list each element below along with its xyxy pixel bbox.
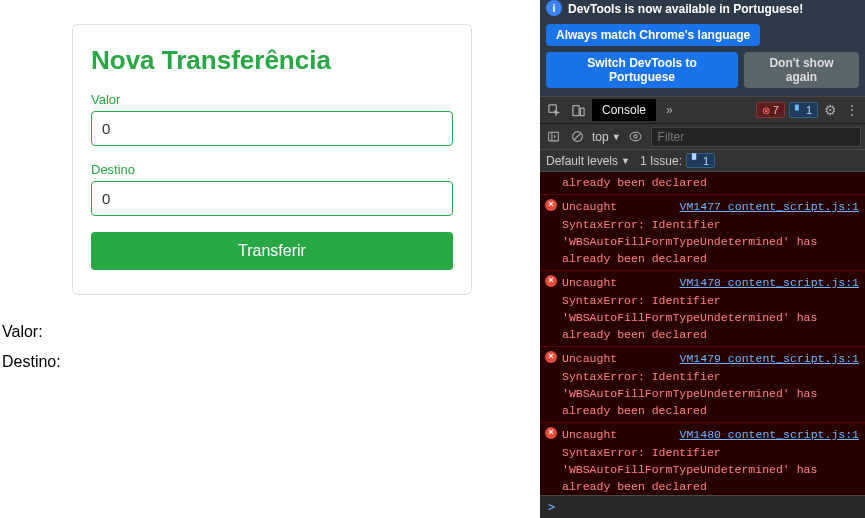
output-destino: Destino: xyxy=(2,353,540,371)
console-log[interactable]: already been declared×VM1477 content_scr… xyxy=(540,172,865,495)
error-text: 'WBSAutoFillFormTypeUndetermined' has xyxy=(562,387,817,400)
output-valor: Valor: xyxy=(2,323,540,341)
valor-input[interactable] xyxy=(91,111,453,146)
error-icon: × xyxy=(545,427,557,439)
message-count-badge[interactable]: 1 xyxy=(789,102,818,118)
error-text: already been declared xyxy=(562,252,707,265)
error-head: Uncaught xyxy=(562,428,617,441)
error-head: Uncaught xyxy=(562,276,617,289)
banner-switch-button[interactable]: Switch DevTools to Portuguese xyxy=(546,52,738,88)
error-text: SyntaxError: Identifier xyxy=(562,446,721,459)
sidebar-toggle-icon[interactable] xyxy=(544,128,562,146)
log-levels-selector[interactable]: Default levels ▼ xyxy=(546,154,630,168)
banner-dismiss-button[interactable]: Don't show again xyxy=(744,52,859,88)
error-text: 'WBSAutoFillFormTypeUndetermined' has xyxy=(562,235,817,248)
console-error-entry[interactable]: ×VM1478 content_script.js:1UncaughtSynta… xyxy=(540,270,865,346)
error-text: SyntaxError: Identifier xyxy=(562,218,721,231)
console-toolbar: top ▼ xyxy=(540,124,865,150)
info-icon: i xyxy=(546,0,562,16)
tab-console[interactable]: Console xyxy=(592,99,656,121)
error-text: already been declared xyxy=(562,328,707,341)
svg-rect-2 xyxy=(580,108,584,116)
error-icon: × xyxy=(545,275,557,287)
error-count-badge[interactable]: 7 xyxy=(756,102,785,118)
svg-point-7 xyxy=(634,135,637,138)
error-text: SyntaxError: Identifier xyxy=(562,294,721,307)
devtools-banner: i DevTools is now available in Portugues… xyxy=(540,0,865,20)
more-tabs-icon[interactable]: » xyxy=(660,103,679,117)
error-head: Uncaught xyxy=(562,352,617,365)
error-icon: × xyxy=(545,351,557,363)
banner-buttons: Always match Chrome's language Switch De… xyxy=(540,20,865,96)
error-text: already been declared xyxy=(562,404,707,417)
live-expression-icon[interactable] xyxy=(627,128,645,146)
svg-line-6 xyxy=(574,133,581,140)
source-link[interactable]: VM1477 content_script.js:1 xyxy=(680,198,859,215)
svg-rect-1 xyxy=(572,105,578,115)
levels-bar: Default levels ▼ 1 Issue: ▘1 xyxy=(540,150,865,172)
page-content: Nova Transferência Valor Destino Transfe… xyxy=(0,0,540,518)
gear-icon[interactable]: ⚙ xyxy=(822,102,839,118)
card-title: Nova Transferência xyxy=(91,45,453,76)
prompt-chevron-icon: > xyxy=(548,500,555,514)
source-link[interactable]: VM1478 content_script.js:1 xyxy=(680,274,859,291)
transfer-card: Nova Transferência Valor Destino Transfe… xyxy=(72,24,472,295)
destino-input[interactable] xyxy=(91,181,453,216)
device-toolbar-icon[interactable] xyxy=(568,100,588,120)
transfer-button[interactable]: Transferir xyxy=(91,232,453,270)
console-error-entry[interactable]: already been declared xyxy=(540,172,865,194)
error-text: already been declared xyxy=(562,480,707,493)
inspect-element-icon[interactable] xyxy=(544,100,564,120)
output-section: Valor: Destino: xyxy=(2,323,540,371)
error-text: SyntaxError: Identifier xyxy=(562,370,721,383)
clear-console-icon[interactable] xyxy=(568,128,586,146)
kebab-menu-icon[interactable]: ⋮ xyxy=(843,102,861,118)
banner-title-text: DevTools is now available in Portuguese! xyxy=(568,2,803,16)
destino-label: Destino xyxy=(91,162,453,177)
error-text: 'WBSAutoFillFormTypeUndetermined' has xyxy=(562,311,817,324)
svg-rect-3 xyxy=(548,132,558,141)
error-text: 'WBSAutoFillFormTypeUndetermined' has xyxy=(562,463,817,476)
console-error-entry[interactable]: ×VM1477 content_script.js:1UncaughtSynta… xyxy=(540,194,865,270)
valor-label: Valor xyxy=(91,92,453,107)
filter-input[interactable] xyxy=(651,127,861,147)
console-prompt[interactable]: > xyxy=(540,495,865,518)
chevron-down-icon: ▼ xyxy=(621,156,630,166)
devtools-toolbar: Console » 7 1 ⚙ ⋮ xyxy=(540,96,865,124)
error-icon: × xyxy=(545,199,557,211)
context-selector[interactable]: top ▼ xyxy=(592,130,621,144)
console-error-entry[interactable]: ×VM1479 content_script.js:1UncaughtSynta… xyxy=(540,346,865,422)
source-link[interactable]: VM1479 content_script.js:1 xyxy=(680,350,859,367)
error-text: already been declared xyxy=(562,176,707,189)
banner-always-match-button[interactable]: Always match Chrome's language xyxy=(546,24,760,46)
chevron-down-icon: ▼ xyxy=(612,132,621,142)
issues-link[interactable]: 1 Issue: ▘1 xyxy=(640,153,715,168)
source-link[interactable]: VM1480 content_script.js:1 xyxy=(680,426,859,443)
console-error-entry[interactable]: ×VM1480 content_script.js:1UncaughtSynta… xyxy=(540,422,865,495)
error-head: Uncaught xyxy=(562,200,617,213)
devtools-panel: i DevTools is now available in Portugues… xyxy=(540,0,865,518)
